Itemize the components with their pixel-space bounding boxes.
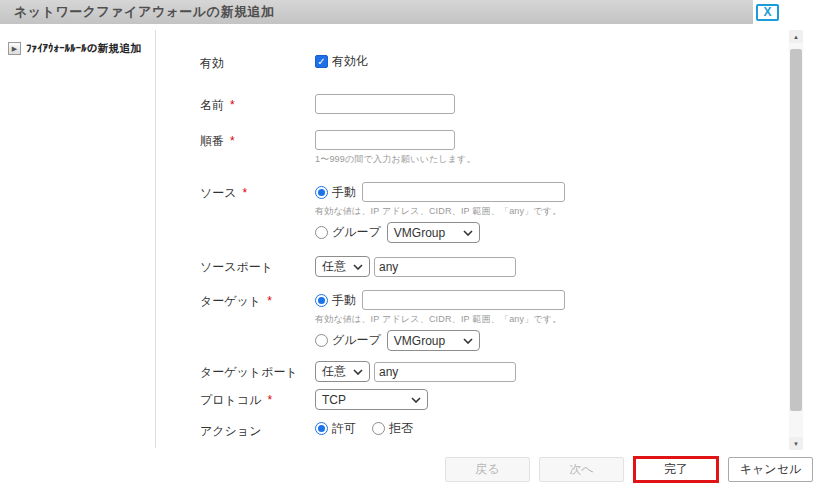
source-group-select[interactable]: VMGroup xyxy=(387,222,480,243)
chevron-down-icon xyxy=(463,338,473,344)
target-group-select-value: VMGroup xyxy=(394,334,445,348)
source-port-input[interactable] xyxy=(374,257,516,277)
protocol-required-mark: * xyxy=(267,393,272,407)
target-hint: 有効な値は、IP アドレス、CIDR、IP 範囲、「any」です。 xyxy=(315,313,565,326)
row-source-port: ソースポート 任意 xyxy=(200,256,760,277)
enabled-checkbox-label: 有効化 xyxy=(332,53,368,70)
scrollbar-thumb[interactable] xyxy=(790,49,802,411)
source-required-mark: * xyxy=(243,186,248,200)
target-manual-radio[interactable] xyxy=(315,294,328,307)
chevron-down-icon xyxy=(353,369,363,375)
target-port-label: ターゲットポート xyxy=(200,361,315,381)
target-group-select[interactable]: VMGroup xyxy=(387,330,480,351)
step-play-icon: ▶ xyxy=(8,42,21,55)
sidebar-item-firewall-rule-step[interactable]: ▶ ﾌｧｲｱｳｫｰﾙﾙｰﾙの新規追加 xyxy=(8,41,142,56)
source-group-radio[interactable] xyxy=(315,226,328,239)
source-group-select-value: VMGroup xyxy=(394,226,445,240)
close-icon[interactable]: X xyxy=(756,4,779,21)
next-button: 次へ xyxy=(539,457,624,482)
action-deny-label: 拒否 xyxy=(389,420,415,437)
action-allow-label: 許可 xyxy=(332,420,358,437)
order-label: 順番 xyxy=(200,134,224,148)
source-manual-radio[interactable] xyxy=(315,186,328,199)
source-group-label: グループ xyxy=(332,224,383,241)
source-port-mode-value: 任意 xyxy=(322,258,346,275)
target-port-mode-value: 任意 xyxy=(322,363,346,380)
target-port-input[interactable] xyxy=(374,362,516,382)
row-protocol: プロトコル* TCP xyxy=(200,389,760,410)
vertical-scrollbar: ▲ ▼ xyxy=(789,30,803,450)
finish-button-highlight: 完了 xyxy=(633,456,719,483)
dialog-titlebar: ネットワークファイアウォールの新規追加 xyxy=(0,0,753,24)
target-port-mode-select[interactable]: 任意 xyxy=(315,361,370,382)
target-manual-input[interactable] xyxy=(362,290,565,310)
source-manual-label: 手動 xyxy=(332,184,358,201)
row-order: 順番* 1〜999の間で入力お願いいたします。 xyxy=(200,130,760,170)
scroll-down-icon[interactable]: ▼ xyxy=(789,437,803,450)
form-content: 有効 ✓ 有効化 名前* 順番* 1〜999の間で入力お願いいたします。 xyxy=(200,52,760,440)
target-label: ターゲット xyxy=(200,294,261,308)
enabled-checkbox[interactable]: ✓ xyxy=(315,55,328,68)
source-label: ソース xyxy=(200,186,237,200)
protocol-select[interactable]: TCP xyxy=(315,389,428,410)
scroll-up-icon[interactable]: ▲ xyxy=(789,30,803,43)
source-port-mode-select[interactable]: 任意 xyxy=(315,256,370,277)
row-action: アクション 許可 拒否 xyxy=(200,420,760,440)
action-allow-radio[interactable] xyxy=(315,422,328,435)
action-deny-radio[interactable] xyxy=(372,422,385,435)
row-name: 名前* xyxy=(200,94,760,114)
sidebar-divider xyxy=(155,30,156,448)
source-manual-input[interactable] xyxy=(362,182,565,202)
chevron-down-icon xyxy=(353,264,363,270)
name-label: 名前 xyxy=(200,98,224,112)
row-target-port: ターゲットポート 任意 xyxy=(200,361,760,382)
target-manual-label: 手動 xyxy=(332,292,358,309)
order-required-mark: * xyxy=(230,134,235,148)
chevron-down-icon xyxy=(411,397,421,403)
name-input[interactable] xyxy=(315,94,455,114)
source-port-label: ソースポート xyxy=(200,256,315,276)
finish-button[interactable]: 完了 xyxy=(636,459,716,480)
row-enabled: 有効 ✓ 有効化 xyxy=(200,52,760,72)
dialog-footer: 戻る 次へ 完了 キャンセル xyxy=(0,456,813,483)
action-label: アクション xyxy=(200,420,315,440)
dialog-title: ネットワークファイアウォールの新規追加 xyxy=(14,3,274,21)
source-hint: 有効な値は、IP アドレス、CIDR、IP 範囲、「any」です。 xyxy=(315,205,565,218)
scrollbar-track[interactable] xyxy=(789,43,803,437)
enabled-label: 有効 xyxy=(200,52,315,72)
cancel-button[interactable]: キャンセル xyxy=(728,457,813,482)
target-group-radio[interactable] xyxy=(315,334,328,347)
target-group-label: グループ xyxy=(332,332,383,349)
name-required-mark: * xyxy=(230,98,235,112)
order-hint: 1〜999の間で入力お願いいたします。 xyxy=(315,153,476,166)
order-input[interactable] xyxy=(315,130,455,150)
sidebar-step-label: ﾌｧｲｱｳｫｰﾙﾙｰﾙの新規追加 xyxy=(26,41,142,56)
row-target: ターゲット* 手動 有効な値は、IP アドレス、CIDR、IP 範囲、「any」… xyxy=(200,290,760,351)
target-required-mark: * xyxy=(267,294,272,308)
chevron-down-icon xyxy=(463,230,473,236)
protocol-select-value: TCP xyxy=(322,393,346,407)
protocol-label: プロトコル xyxy=(200,393,261,407)
back-button: 戻る xyxy=(445,457,530,482)
firewall-add-dialog: ネットワークファイアウォールの新規追加 X ▶ ﾌｧｲｱｳｫｰﾙﾙｰﾙの新規追加… xyxy=(0,0,817,492)
row-source: ソース* 手動 有効な値は、IP アドレス、CIDR、IP 範囲、「any」です… xyxy=(200,182,760,243)
